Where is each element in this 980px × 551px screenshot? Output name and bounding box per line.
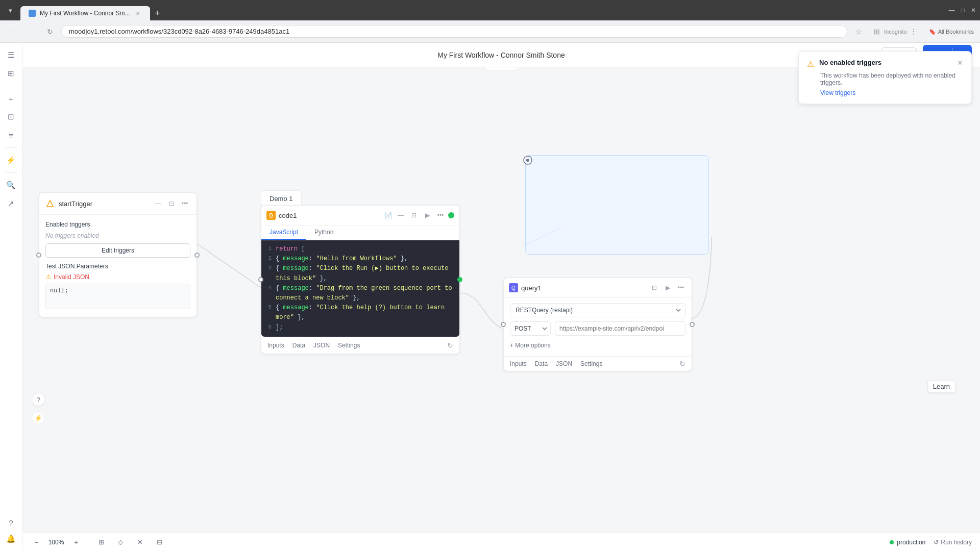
code-block-header: {} code1 📄 — ⊡ ▶ ••• xyxy=(261,206,459,226)
bookmark-button[interactable]: ☆ xyxy=(851,24,866,39)
more-options-button[interactable]: + More options xyxy=(510,340,685,351)
start-trigger-left-port xyxy=(36,253,41,258)
extension-button[interactable]: ⊞ xyxy=(870,24,884,39)
query-block-icon: Q xyxy=(509,283,518,292)
maximize-button[interactable]: □ xyxy=(961,7,965,14)
code-tabs: JavaScript Python xyxy=(261,226,459,240)
menu-button[interactable]: ⋮ xyxy=(906,24,921,39)
sidebar-panels-icon[interactable]: ⊞ xyxy=(3,65,19,82)
start-trigger-actions: — ⊡ ••• xyxy=(153,198,190,209)
browser-chrome: ▾ My First Workflow - Connor Sm... ✕ + —… xyxy=(0,0,980,20)
production-status: production xyxy=(890,539,925,546)
code-line-2: 2 { message: "Hello from Workflows" }, xyxy=(261,254,459,264)
query-block-actions: — ⊡ ▶ ••• xyxy=(635,282,687,293)
learn-button[interactable]: Learn xyxy=(927,380,955,393)
invalid-json-badge: ⚠ Invalid JSON xyxy=(45,273,190,281)
python-tab[interactable]: Python xyxy=(306,226,341,240)
query-play-button[interactable]: ▶ xyxy=(662,282,673,293)
code-data-tab[interactable]: Data xyxy=(292,340,305,350)
sidebar-divider-1 xyxy=(5,86,17,86)
query-json-tab[interactable]: JSON xyxy=(556,360,572,367)
javascript-tab[interactable]: JavaScript xyxy=(261,226,306,240)
no-triggers-text: No triggers enabled xyxy=(45,232,190,239)
code-block-doc-icon[interactable]: 📄 xyxy=(385,212,392,219)
code-block-play-button[interactable]: ▶ xyxy=(422,210,433,221)
zoom-in-button[interactable]: + xyxy=(70,537,82,548)
start-trigger-minimize-button[interactable]: — xyxy=(153,198,164,209)
edit-triggers-button[interactable]: Edit triggers xyxy=(45,243,190,258)
query-right-port xyxy=(690,322,695,327)
resource-select[interactable]: RESTQuery (restapi) xyxy=(510,303,685,317)
sidebar-search-icon[interactable]: + xyxy=(3,90,19,107)
query-inputs-tab[interactable]: Inputs xyxy=(510,360,527,367)
query-method-row: POST GET PUT DELETE xyxy=(510,321,685,336)
query-expand-button[interactable]: ⊡ xyxy=(649,282,660,293)
tab-label: My First Workflow - Connor Sm... xyxy=(40,10,130,17)
back-button[interactable]: ← xyxy=(6,24,20,39)
code-line-5: 5 { message: "Click the help (?) button … xyxy=(261,303,459,322)
zoom-out-button[interactable]: − xyxy=(31,537,42,548)
code-line-1: 1 return [ xyxy=(261,244,459,254)
lightning-icon[interactable]: ⚡ xyxy=(32,411,45,424)
sidebar-filter-icon[interactable]: ⚡ xyxy=(3,152,19,168)
notification-warn-icon: ⚠ xyxy=(807,59,814,69)
notification-title: No enabled triggers xyxy=(819,59,952,66)
sidebar-list-icon[interactable]: ≡ xyxy=(3,127,19,143)
bottom-toolbar: − 100% + ⊞ ◇ ✕ ⊟ production ↺ Run histor… xyxy=(22,533,980,551)
code-block-more-button[interactable]: ••• xyxy=(435,210,446,221)
new-tab-button[interactable]: + xyxy=(150,6,164,20)
query-body: RESTQuery (restapi) POST GET PUT DELETE … xyxy=(504,298,692,356)
reload-button[interactable]: ↻ xyxy=(43,24,57,39)
query-refresh-button[interactable]: ↻ xyxy=(679,360,685,368)
code-line-4: 4 { message: "Drag from the green sequen… xyxy=(261,284,459,303)
code-block-status-dot xyxy=(448,212,454,218)
run-history-button[interactable]: ↺ Run history xyxy=(934,539,972,546)
address-bar[interactable]: moodjoy1.retool.com/workflows/323cd092-8… xyxy=(61,25,847,38)
sidebar-magnify-icon[interactable]: 🔍 xyxy=(3,177,19,193)
code-settings-tab[interactable]: Settings xyxy=(338,340,360,350)
start-trigger-block: startTrigger — ⊡ ••• Enabled triggers No… xyxy=(39,192,197,317)
tab-dropdown[interactable]: ▾ xyxy=(4,4,16,16)
notification-close-button[interactable]: ✕ xyxy=(957,59,963,67)
sidebar-help-icon[interactable]: ? xyxy=(3,514,19,531)
help-icon-bottom[interactable]: ? xyxy=(32,393,45,406)
sidebar-share-icon[interactable]: ↗ xyxy=(3,195,19,212)
method-select[interactable]: POST GET PUT DELETE xyxy=(510,321,551,336)
code-inputs-tab[interactable]: Inputs xyxy=(267,340,284,350)
query-settings-tab[interactable]: Settings xyxy=(580,360,602,367)
sidebar-notify-icon[interactable]: 🔔 xyxy=(3,531,19,547)
url-input[interactable] xyxy=(555,321,685,336)
query-left-port xyxy=(501,322,506,327)
sidebar-apps-icon[interactable]: ⊡ xyxy=(3,109,19,125)
main-canvas: My First Workflow - Connor Smith Stone U… xyxy=(22,43,980,551)
svg-line-0 xyxy=(198,244,261,288)
start-trigger-more-button[interactable]: ••• xyxy=(179,198,190,209)
query-more-button[interactable]: ••• xyxy=(675,282,687,293)
view-triggers-link[interactable]: View triggers xyxy=(807,89,963,96)
query-minimize-button[interactable]: — xyxy=(635,282,647,293)
code-block-right-port xyxy=(457,277,462,282)
active-tab[interactable]: My First Workflow - Connor Sm... ✕ xyxy=(20,6,150,20)
minimap-button[interactable]: ⊟ xyxy=(153,536,166,549)
profile-button[interactable]: Incognito xyxy=(888,24,902,39)
code-block-expand-button[interactable]: ⊡ xyxy=(408,210,420,221)
status-dot xyxy=(890,540,894,544)
start-trigger-body: Enabled triggers No triggers enabled Edi… xyxy=(39,215,197,317)
tab-close-button[interactable]: ✕ xyxy=(134,9,142,17)
workflow-title: My First Workflow - Connor Smith Stone xyxy=(437,51,565,59)
close-window-button[interactable]: ✕ xyxy=(971,7,976,14)
arrange-button[interactable]: ◇ xyxy=(114,536,127,549)
json-input[interactable]: null; xyxy=(45,284,190,309)
sidebar-menu-icon[interactable]: ☰ xyxy=(3,47,19,63)
minimize-button[interactable]: — xyxy=(949,7,955,14)
code-block-minimize-button[interactable]: — xyxy=(395,210,406,221)
grid-view-button[interactable]: ⊞ xyxy=(94,536,108,549)
forward-button[interactable]: → xyxy=(24,24,39,39)
app-container: ☰ ⊞ + ⊡ ≡ ⚡ 🔍 ↗ ? 🔔 My First Workflow - … xyxy=(0,43,980,551)
code-json-tab[interactable]: JSON xyxy=(313,340,330,350)
align-button[interactable]: ✕ xyxy=(133,536,146,549)
start-trigger-expand-button[interactable]: ⊡ xyxy=(166,198,177,209)
code-refresh-button[interactable]: ↻ xyxy=(447,341,453,349)
url-text: moodjoy1.retool.com/workflows/323cd092-8… xyxy=(69,28,289,35)
query-data-tab[interactable]: Data xyxy=(535,360,548,367)
